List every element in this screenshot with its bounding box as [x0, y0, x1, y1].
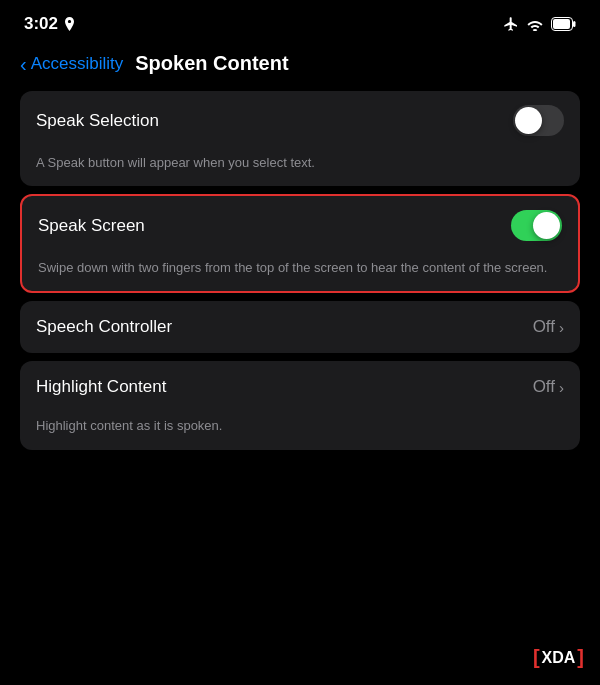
speak-screen-label: Speak Screen: [38, 216, 145, 236]
back-label: Accessibility: [31, 54, 124, 74]
highlight-content-value-text: Off: [533, 377, 555, 397]
toggle-knob-screen: [533, 212, 560, 239]
speech-controller-value-text: Off: [533, 317, 555, 337]
xda-text: XDA: [542, 649, 576, 667]
speech-controller-row[interactable]: Speech Controller Off ›: [20, 301, 580, 353]
back-chevron-icon: ‹: [20, 54, 27, 74]
speak-screen-description: Swipe down with two fingers from the top…: [22, 255, 578, 291]
svg-rect-2: [573, 21, 576, 27]
status-bar: 3:02: [0, 0, 600, 44]
back-button[interactable]: ‹ Accessibility: [20, 54, 123, 74]
speak-selection-toggle[interactable]: [513, 105, 564, 136]
highlight-content-group: Highlight Content Off › Highlight conten…: [20, 361, 580, 449]
speak-selection-row[interactable]: Speak Selection: [20, 91, 580, 150]
highlight-content-description: Highlight content as it is spoken.: [20, 413, 580, 449]
speak-selection-group: Speak Selection A Speak button will appe…: [20, 91, 580, 186]
speech-controller-value: Off ›: [533, 317, 564, 337]
highlight-content-row[interactable]: Highlight Content Off ›: [20, 361, 580, 413]
speech-controller-card: Speech Controller Off ›: [20, 301, 580, 353]
speech-controller-chevron-icon: ›: [559, 319, 564, 336]
airplane-icon: [503, 16, 519, 32]
speak-screen-group: Speak Screen Swipe down with two fingers…: [20, 194, 580, 293]
location-icon: [64, 17, 75, 31]
highlight-content-chevron-icon: ›: [559, 379, 564, 396]
xda-logo: [ XDA ]: [533, 646, 584, 669]
speech-controller-label: Speech Controller: [36, 317, 172, 337]
speak-screen-row[interactable]: Speak Screen: [22, 196, 578, 255]
settings-content: Speak Selection A Speak button will appe…: [0, 91, 600, 450]
nav-header: ‹ Accessibility Spoken Content: [0, 44, 600, 91]
speak-selection-label: Speak Selection: [36, 111, 159, 131]
speech-controller-group: Speech Controller Off ›: [20, 301, 580, 353]
wifi-icon: [527, 17, 543, 31]
time-display: 3:02: [24, 14, 58, 34]
toggle-knob: [515, 107, 542, 134]
speak-screen-card: Speak Screen Swipe down with two fingers…: [20, 194, 580, 293]
speak-selection-card: Speak Selection A Speak button will appe…: [20, 91, 580, 186]
speak-screen-toggle[interactable]: [511, 210, 562, 241]
highlight-content-card: Highlight Content Off › Highlight conten…: [20, 361, 580, 449]
status-icons: [503, 16, 576, 32]
svg-rect-1: [553, 19, 570, 29]
speak-selection-description: A Speak button will appear when you sele…: [20, 150, 580, 186]
status-time: 3:02: [24, 14, 75, 34]
xda-watermark: [ XDA ]: [533, 646, 584, 669]
page-title: Spoken Content: [135, 52, 288, 75]
highlight-content-label: Highlight Content: [36, 377, 166, 397]
xda-bracket-left: [: [533, 646, 540, 669]
highlight-content-value: Off ›: [533, 377, 564, 397]
xda-bracket-right: ]: [577, 646, 584, 669]
battery-icon: [551, 17, 576, 31]
